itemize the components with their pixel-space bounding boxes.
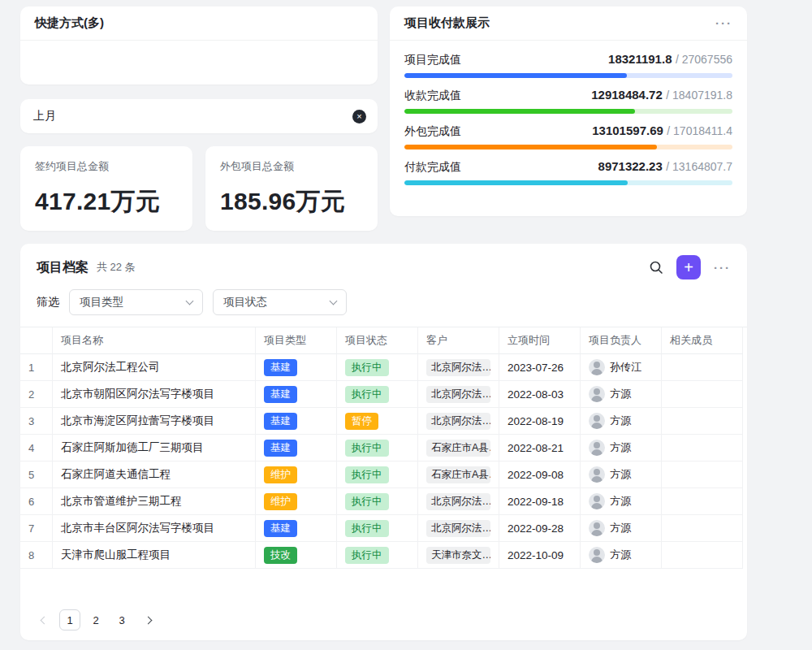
- column-header-customer[interactable]: 客户: [418, 327, 499, 354]
- column-header-name[interactable]: 项目名称: [53, 327, 256, 354]
- project-type-badge: 基建: [264, 440, 297, 457]
- project-name-cell[interactable]: 北京市管道维护三期工程: [53, 488, 256, 515]
- progress-row: 外包完成值 13101597.69 / 17018411.4: [404, 124, 732, 150]
- project-type-cell[interactable]: 维护: [256, 488, 337, 515]
- project-status-badge: 执行中: [345, 466, 389, 483]
- customer-tag: 石家庄市A县…: [426, 466, 490, 483]
- more-dots-icon[interactable]: ···: [715, 17, 732, 29]
- close-circle-icon[interactable]: ×: [352, 110, 366, 124]
- column-header-owner[interactable]: 项目负责人: [581, 327, 662, 354]
- project-type-cell[interactable]: 基建: [256, 435, 337, 462]
- table-row[interactable]: 6 北京市管道维护三期工程 维护 执行中 北京阿尔法… 2022-09-18 方…: [20, 488, 747, 515]
- project-name-cell[interactable]: 北京市海淀区阿拉蕾写字楼项目: [53, 408, 256, 435]
- project-name-cell[interactable]: 北京市朝阳区阿尔法写字楼项目: [53, 381, 256, 408]
- table-row[interactable]: 7 北京市丰台区阿尔法写字楼项目 基建 执行中 北京阿尔法… 2022-09-2…: [20, 515, 747, 542]
- project-status-cell[interactable]: 执行中: [337, 435, 418, 462]
- members-cell[interactable]: [662, 488, 743, 515]
- project-name-cell[interactable]: 天津市爬山服工程项目: [53, 542, 256, 569]
- more-dots-icon[interactable]: ···: [714, 262, 731, 274]
- progress-values: 13101597.69 / 17018411.4: [592, 124, 732, 138]
- progress-row: 付款完成值 8971322.23 / 13164807.7: [404, 159, 732, 185]
- customer-cell[interactable]: 北京阿尔法…: [418, 381, 499, 408]
- filter-project-type-select[interactable]: 项目类型: [69, 289, 203, 315]
- project-type-cell[interactable]: 基建: [256, 381, 337, 408]
- customer-cell[interactable]: 北京阿尔法…: [418, 408, 499, 435]
- project-name-cell[interactable]: 石家庄阿道夫通信工程: [53, 462, 256, 488]
- project-type-cell[interactable]: 基建: [256, 515, 337, 542]
- date-cell[interactable]: 2022-08-19: [499, 408, 581, 435]
- project-status-cell[interactable]: 执行中: [337, 381, 418, 408]
- project-status-cell[interactable]: 执行中: [337, 488, 418, 515]
- date-cell[interactable]: 2022-09-28: [499, 515, 581, 542]
- owner-cell[interactable]: 方源: [581, 515, 662, 542]
- add-record-button[interactable]: +: [676, 255, 701, 280]
- owner-cell[interactable]: 方源: [581, 435, 662, 462]
- project-type-cell[interactable]: 技改: [256, 542, 337, 569]
- customer-cell[interactable]: 天津市奈文…: [418, 542, 499, 569]
- owner-cell[interactable]: 孙传江: [581, 354, 662, 381]
- progress-fill: [404, 180, 628, 185]
- page-button-2[interactable]: 2: [85, 609, 106, 630]
- date-cell[interactable]: 2023-07-26: [499, 354, 581, 381]
- project-type-cell[interactable]: 基建: [256, 408, 337, 435]
- customer-cell[interactable]: 北京阿尔法…: [418, 515, 499, 542]
- members-cell[interactable]: [662, 381, 743, 408]
- project-status-cell[interactable]: 执行中: [337, 354, 418, 381]
- customer-cell[interactable]: 北京阿尔法…: [418, 488, 499, 515]
- members-cell[interactable]: [662, 462, 743, 488]
- project-name-cell[interactable]: 石家庄阿斯加德工厂三期项目: [53, 435, 256, 462]
- row-number: 4: [20, 435, 53, 462]
- owner-cell[interactable]: 方源: [581, 488, 662, 515]
- table-row[interactable]: 4 石家庄阿斯加德工厂三期项目 基建 执行中 石家庄市A县… 2022-08-2…: [20, 435, 747, 462]
- column-header-type[interactable]: 项目类型: [256, 327, 337, 354]
- month-filter[interactable]: 上月 ×: [20, 99, 378, 133]
- project-name-cell[interactable]: 北京市丰台区阿尔法写字楼项目: [53, 515, 256, 542]
- project-type-cell[interactable]: 维护: [256, 462, 337, 488]
- owner-cell[interactable]: 方源: [581, 408, 662, 435]
- table-row[interactable]: 8 天津市爬山服工程项目 技改 执行中 天津市奈文… 2022-10-09 方源: [20, 542, 747, 569]
- column-header-date[interactable]: 立项时间: [499, 327, 581, 354]
- project-status-badge: 暂停: [345, 413, 378, 430]
- members-cell[interactable]: [662, 515, 743, 542]
- table-row[interactable]: 1 北京阿尔法工程公司 基建 执行中 北京阿尔法… 2023-07-26 孙传江: [20, 354, 747, 381]
- table-row[interactable]: 3 北京市海淀区阿拉蕾写字楼项目 基建 暂停 北京阿尔法… 2022-08-19…: [20, 408, 747, 435]
- table-title: 项目档案: [37, 259, 89, 276]
- progress-total: / 27067556: [676, 53, 732, 66]
- progress-label: 付款完成值: [404, 160, 461, 175]
- project-status-badge: 执行中: [345, 493, 389, 510]
- members-cell[interactable]: [662, 408, 743, 435]
- owner-cell[interactable]: 方源: [581, 462, 662, 488]
- owner-cell[interactable]: 方源: [581, 381, 662, 408]
- project-name-cell[interactable]: 北京阿尔法工程公司: [53, 354, 256, 381]
- members-cell[interactable]: [662, 354, 743, 381]
- table-row[interactable]: 2 北京市朝阳区阿尔法写字楼项目 基建 执行中 北京阿尔法… 2022-08-0…: [20, 381, 747, 408]
- progress-values: 12918484.72 / 18407191.8: [591, 88, 732, 102]
- page-button-1[interactable]: 1: [59, 609, 80, 630]
- owner-cell[interactable]: 方源: [581, 542, 662, 569]
- table-row[interactable]: 5 石家庄阿道夫通信工程 维护 执行中 石家庄市A县… 2022-09-08 方…: [20, 462, 747, 488]
- project-status-cell[interactable]: 执行中: [337, 515, 418, 542]
- project-status-cell[interactable]: 执行中: [337, 542, 418, 569]
- customer-cell[interactable]: 石家庄市A县…: [418, 435, 499, 462]
- next-page-icon[interactable]: [137, 609, 158, 630]
- date-cell[interactable]: 2022-10-09: [499, 542, 581, 569]
- customer-cell[interactable]: 北京阿尔法…: [418, 354, 499, 381]
- row-number-header: [20, 327, 53, 354]
- members-cell[interactable]: [662, 542, 743, 569]
- date-cell[interactable]: 2022-08-03: [499, 381, 581, 408]
- filter-project-status-select[interactable]: 项目状态: [213, 289, 347, 315]
- date-cell[interactable]: 2022-09-08: [499, 462, 581, 488]
- page-button-3[interactable]: 3: [111, 609, 132, 630]
- search-icon[interactable]: [649, 260, 663, 275]
- date-cell[interactable]: 2022-09-18: [499, 488, 581, 515]
- customer-cell[interactable]: 石家庄市A县…: [418, 462, 499, 488]
- shortcuts-card-header: 快捷方式(多): [20, 6, 378, 41]
- project-status-cell[interactable]: 暂停: [337, 408, 418, 435]
- members-cell[interactable]: [662, 435, 743, 462]
- date-cell[interactable]: 2022-08-21: [499, 435, 581, 462]
- column-header-status[interactable]: 项目状态: [337, 327, 418, 354]
- project-type-cell[interactable]: 基建: [256, 354, 337, 381]
- project-status-cell[interactable]: 执行中: [337, 462, 418, 488]
- column-header-members[interactable]: 相关成员: [662, 327, 743, 354]
- prev-page-icon[interactable]: [33, 609, 54, 630]
